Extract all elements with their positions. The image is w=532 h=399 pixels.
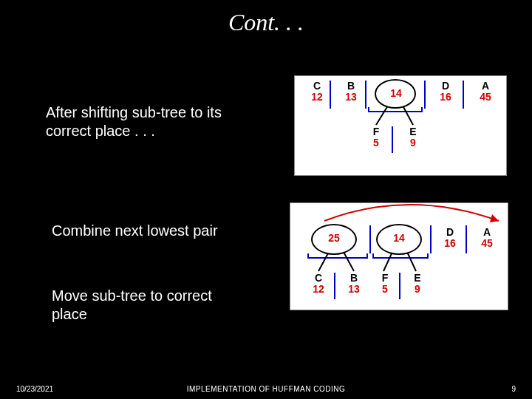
node-Ab: A45	[477, 227, 497, 250]
node-B: B13	[341, 81, 361, 103]
slide-content: After shifting sub-tree to its correct p…	[0, 44, 532, 377]
svg-line-14	[407, 252, 416, 271]
svg-line-12	[344, 252, 354, 271]
node-Bb: B13	[344, 273, 364, 296]
slide-title: Cont. . .	[0, 0, 532, 39]
caption-3: Move sub-tree to correct place	[52, 287, 251, 324]
node-A: A45	[475, 81, 496, 103]
svg-line-13	[383, 252, 392, 271]
node-D: D16	[435, 81, 456, 103]
node-F: F5	[366, 126, 386, 149]
node-Eb: E9	[407, 273, 428, 296]
footer-title: IMPLEMENTATION OF HUFFMAN CODING	[0, 385, 532, 393]
svg-line-11	[318, 252, 329, 271]
node-Db: D16	[440, 227, 460, 250]
node-E: E9	[403, 126, 423, 149]
footer-page: 9	[511, 385, 516, 393]
svg-line-4	[376, 106, 388, 125]
caption-1: After shifting sub-tree to its correct p…	[46, 103, 245, 140]
node-14: 14	[382, 88, 410, 99]
diagram-1: C12 B13 14 D16 A45 F5 E9	[294, 75, 507, 176]
node-25: 25	[320, 233, 348, 244]
node-14b: 14	[385, 233, 413, 244]
caption-2: Combine next lowest pair	[52, 222, 251, 240]
node-Cb: C12	[308, 273, 329, 296]
node-Fb: F5	[375, 273, 395, 296]
svg-line-5	[403, 106, 413, 125]
diagram-2: 25 14 D16 A45 C12 B13 F5 E9	[290, 202, 508, 310]
node-C: C12	[307, 81, 327, 103]
